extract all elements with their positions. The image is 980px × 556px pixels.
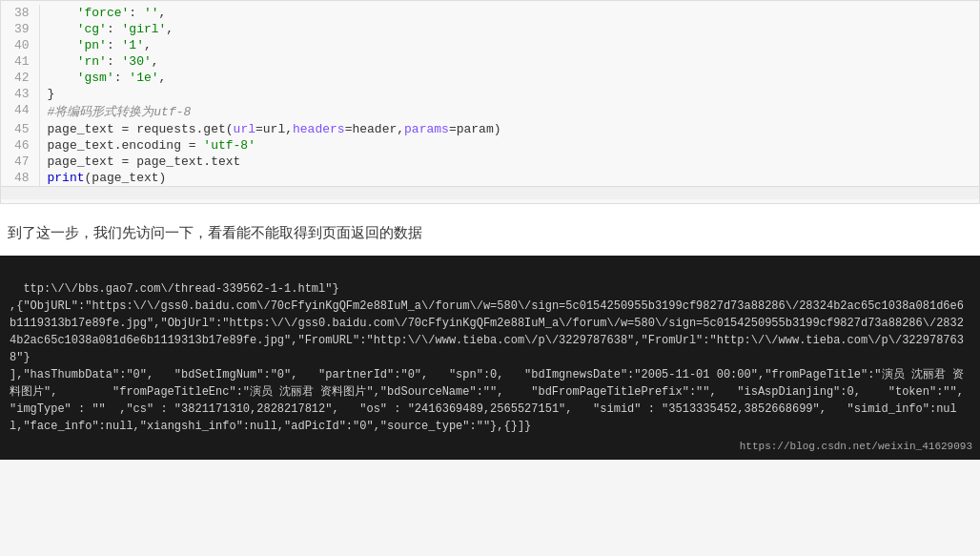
code-token: 'utf-8' bbox=[203, 138, 255, 153]
code-token: 'cg' bbox=[77, 22, 107, 36]
code-token: 'pn' bbox=[77, 38, 107, 52]
code-token: page_text bbox=[136, 154, 203, 169]
code-token: header bbox=[352, 122, 397, 136]
table-row: 46page_text.encoding = 'utf-8' bbox=[1, 137, 979, 154]
code-token: : bbox=[107, 54, 122, 69]
code-table: 38 'force': '',39 'cg': 'girl',40 'pn': … bbox=[1, 5, 979, 186]
code-token: = bbox=[181, 138, 203, 153]
table-row: 45page_text = requests.get(url=url,heade… bbox=[1, 121, 979, 137]
code-editor: 38 'force': '',39 'cg': 'girl',40 'pn': … bbox=[0, 0, 980, 204]
code-token: } bbox=[48, 87, 55, 101]
line-content: print(page_text) bbox=[39, 170, 979, 186]
code-token: ) bbox=[494, 122, 501, 136]
code-token: , bbox=[166, 22, 174, 36]
code-token bbox=[48, 6, 77, 20]
line-number: 45 bbox=[1, 121, 39, 137]
code-token: . bbox=[114, 138, 122, 153]
line-number: 46 bbox=[1, 137, 39, 154]
code-token: . bbox=[203, 154, 211, 169]
table-row: 41 'rn': '30', bbox=[1, 53, 979, 70]
code-token: print bbox=[48, 171, 85, 185]
code-token: get bbox=[203, 122, 225, 136]
code-token: '1' bbox=[122, 38, 144, 52]
code-token: page_text bbox=[92, 171, 158, 185]
code-token: page_text bbox=[48, 154, 114, 169]
terminal-output: ttp:\/\/bbs.gao7.com\/thread-339562-1-1.… bbox=[0, 256, 980, 460]
line-content: #将编码形式转换为utf-8 bbox=[39, 102, 979, 121]
code-token: '30' bbox=[122, 54, 152, 69]
line-number: 44 bbox=[1, 102, 39, 121]
code-token: = bbox=[114, 154, 136, 169]
code-token: = bbox=[114, 122, 136, 136]
code-token: 'girl' bbox=[122, 22, 167, 36]
text-section: 到了这一步，我们先访问一下，看看能不能取得到页面返回的数据 bbox=[0, 204, 980, 256]
code-token: , bbox=[397, 122, 404, 136]
table-row: 39 'cg': 'girl', bbox=[1, 21, 979, 37]
code-token: , bbox=[152, 54, 159, 69]
code-token: params bbox=[404, 122, 449, 136]
code-token: = bbox=[255, 122, 263, 136]
code-token: ) bbox=[159, 171, 167, 185]
code-token: : bbox=[129, 6, 144, 20]
code-token: = bbox=[449, 122, 457, 136]
code-token: : bbox=[114, 71, 130, 85]
code-token: '' bbox=[144, 6, 159, 20]
line-number: 39 bbox=[1, 21, 39, 37]
line-content: 'gsm': '1e', bbox=[39, 70, 979, 86]
source-url: https://blog.csdn.net/weixin_41629093 bbox=[740, 439, 972, 455]
code-token: 'rn' bbox=[77, 54, 107, 69]
line-content: 'force': '', bbox=[39, 5, 979, 21]
line-number: 48 bbox=[1, 170, 39, 186]
code-token bbox=[48, 71, 77, 85]
line-number: 43 bbox=[1, 86, 39, 102]
code-token: encoding bbox=[122, 138, 181, 153]
code-token: #将编码形式转换为utf-8 bbox=[48, 105, 192, 119]
code-token: 'force' bbox=[77, 6, 130, 20]
line-content: 'rn': '30', bbox=[39, 53, 979, 70]
line-content: page_text = requests.get(url=url,headers… bbox=[39, 121, 979, 137]
code-token: '1e' bbox=[129, 71, 158, 85]
line-number: 47 bbox=[1, 154, 39, 170]
table-row: 44#将编码形式转换为utf-8 bbox=[1, 102, 979, 121]
code-token: : bbox=[107, 22, 122, 36]
line-content: page_text = page_text.text bbox=[39, 154, 979, 170]
line-number: 40 bbox=[1, 37, 39, 53]
code-token: page_text bbox=[48, 122, 114, 136]
code-token: headers bbox=[293, 122, 345, 136]
code-token: , bbox=[285, 122, 293, 136]
table-row: 40 'pn': '1', bbox=[1, 37, 979, 53]
line-content: page_text.encoding = 'utf-8' bbox=[39, 137, 979, 154]
code-token: text bbox=[211, 154, 240, 169]
table-row: 47page_text = page_text.text bbox=[1, 154, 979, 170]
code-token bbox=[48, 22, 77, 36]
code-token: , bbox=[159, 71, 167, 85]
code-token: page_text bbox=[48, 138, 114, 153]
line-number: 38 bbox=[1, 5, 39, 21]
terminal-text: ttp:\/\/bbs.gao7.com\/thread-339562-1-1.… bbox=[10, 282, 980, 433]
code-token: url bbox=[263, 122, 285, 136]
code-token: , bbox=[144, 38, 152, 52]
line-number: 42 bbox=[1, 70, 39, 86]
code-token: 'gsm' bbox=[77, 71, 114, 85]
code-token bbox=[48, 38, 77, 52]
horizontal-scrollbar[interactable] bbox=[1, 186, 979, 199]
line-content: 'cg': 'girl', bbox=[39, 21, 979, 37]
line-number: 41 bbox=[1, 53, 39, 70]
table-row: 42 'gsm': '1e', bbox=[1, 70, 979, 86]
code-token: url bbox=[234, 122, 255, 136]
table-row: 43} bbox=[1, 86, 979, 102]
table-row: 48print(page_text) bbox=[1, 170, 979, 186]
line-content: } bbox=[39, 86, 979, 102]
description-text: 到了这一步，我们先访问一下，看看能不能取得到页面返回的数据 bbox=[8, 221, 972, 244]
code-token: param bbox=[457, 122, 494, 136]
line-content: 'pn': '1', bbox=[39, 37, 979, 53]
code-token: ( bbox=[226, 122, 234, 136]
code-token bbox=[48, 54, 77, 69]
code-token: : bbox=[107, 38, 122, 52]
code-token: , bbox=[159, 6, 167, 20]
code-token: requests bbox=[136, 122, 195, 136]
table-row: 38 'force': '', bbox=[1, 5, 979, 21]
